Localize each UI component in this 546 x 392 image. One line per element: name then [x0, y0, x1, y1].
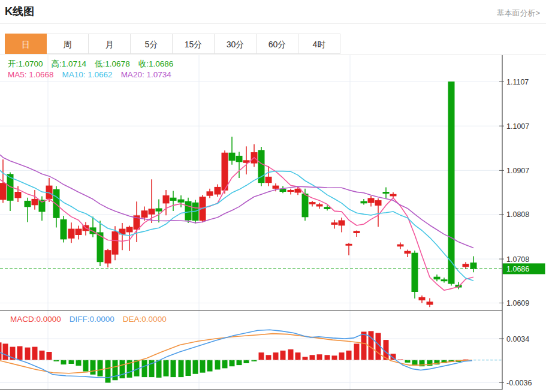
- panel-frame: [0, 55, 502, 390]
- svg-text:1.1007: 1.1007: [506, 122, 529, 131]
- kline-chart-area[interactable]: 1.06861.11071.10071.09071.08081.07081.06…: [0, 55, 546, 392]
- tab-5分[interactable]: 5分: [131, 34, 173, 54]
- tabbar-divider: [0, 54, 546, 55]
- y-axis-labels: 1.11071.10071.09071.08081.07081.06090.00…: [499, 78, 532, 388]
- tab-60分[interactable]: 60分: [257, 34, 298, 54]
- header: K线图 基本面分析>: [0, 0, 546, 24]
- tab-日[interactable]: 日: [5, 34, 47, 54]
- kline-app: K线图 基本面分析> 日周月5分15分30分60分4时 1.06861.1107…: [0, 0, 546, 392]
- svg-text:1.0907: 1.0907: [506, 167, 529, 175]
- candles-layer: [0, 82, 477, 307]
- grid-layer: [0, 55, 502, 390]
- macd-lines-layer: [0, 330, 472, 378]
- tab-30分[interactable]: 30分: [215, 34, 257, 54]
- current-price-badge: 1.0686: [503, 263, 545, 274]
- page-title: K线图: [5, 4, 34, 19]
- tab-月[interactable]: 月: [89, 34, 131, 54]
- tab-4时[interactable]: 4时: [298, 34, 340, 54]
- svg-text:1.0609: 1.0609: [506, 299, 529, 307]
- svg-text:1.0808: 1.0808: [506, 210, 529, 219]
- tab-15分[interactable]: 15分: [173, 34, 215, 54]
- tab-周[interactable]: 周: [47, 34, 89, 54]
- svg-text:1.0708: 1.0708: [506, 255, 529, 264]
- interval-tabbar: 日周月5分15分30分60分4时: [5, 34, 340, 54]
- fundamental-analysis-link[interactable]: 基本面分析>: [496, 8, 540, 19]
- svg-text:1.0686: 1.0686: [506, 265, 529, 273]
- chart-canvas[interactable]: 1.06861.11071.10071.09071.08081.07081.06…: [0, 55, 546, 392]
- svg-text:-0.0036: -0.0036: [506, 379, 532, 387]
- svg-text:0.0034: 0.0034: [506, 335, 529, 343]
- svg-text:1.1107: 1.1107: [506, 78, 529, 86]
